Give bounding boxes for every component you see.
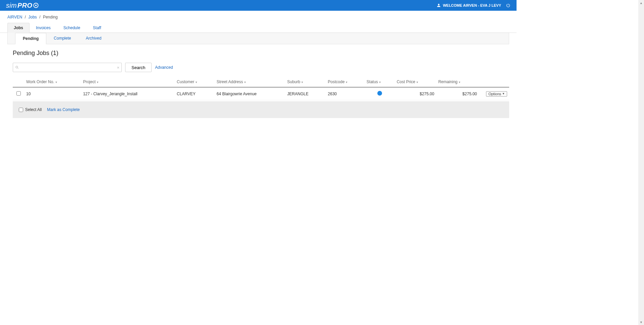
chevron-down-icon: ▼ xyxy=(502,92,505,95)
search-row: × Search Advanced xyxy=(13,63,509,72)
sort-icon: ▼ xyxy=(345,81,348,84)
sub-tabs: Pending Complete Archived xyxy=(7,33,509,44)
topbar: sim PRO WELCOME AIRVEN - EVA J LEVY xyxy=(0,0,517,11)
select-all-checkbox[interactable] xyxy=(19,108,23,112)
svg-point-1 xyxy=(35,5,37,6)
cell-remaining: $275.00 xyxy=(436,87,479,100)
sort-icon: ▼ xyxy=(195,81,198,84)
options-label: Options xyxy=(488,92,501,96)
sort-icon: ▼ xyxy=(458,81,461,84)
jobs-table: Work Order No.▼ Project▼ Customer▼ Stree… xyxy=(13,77,509,100)
cell-postcode: 2630 xyxy=(326,87,365,100)
breadcrumb-sep: / xyxy=(25,15,26,19)
mark-complete-link[interactable]: Mark as Complete xyxy=(47,107,79,112)
sort-icon: ▼ xyxy=(379,81,381,84)
select-all-text: Select All xyxy=(25,107,42,112)
breadcrumb-sep: / xyxy=(39,15,40,19)
topbar-right: WELCOME AIRVEN - EVA J LEVY xyxy=(436,3,511,8)
cell-customer: CLARVEY xyxy=(175,87,215,100)
subtab-archived[interactable]: Archived xyxy=(78,33,109,44)
tab-staff[interactable]: Staff xyxy=(87,23,107,33)
col-remaining[interactable]: Remaining▼ xyxy=(436,77,479,87)
power-button[interactable] xyxy=(506,3,511,8)
logo-sim: sim xyxy=(6,2,17,9)
breadcrumb-current: Pending xyxy=(43,15,58,19)
sort-icon: ▼ xyxy=(301,81,304,84)
cell-work-order: 10 xyxy=(24,87,81,100)
subtab-complete[interactable]: Complete xyxy=(46,33,78,44)
col-street[interactable]: Street Address▼ xyxy=(215,77,285,87)
cell-status xyxy=(365,87,395,100)
col-work-order[interactable]: Work Order No.▼ xyxy=(24,77,81,87)
col-options xyxy=(479,77,509,87)
sort-icon: ▼ xyxy=(96,81,99,84)
welcome-label: WELCOME AIRVEN - EVA J LEVY xyxy=(443,3,501,7)
status-dot-icon xyxy=(377,91,382,96)
table-row[interactable]: 10 127 - Clarvey_Jerangle_Install CLARVE… xyxy=(13,87,509,100)
logo-pro: PRO xyxy=(17,2,32,9)
search-icon xyxy=(15,65,19,69)
col-checkbox xyxy=(13,77,24,87)
advanced-link[interactable]: Advanced xyxy=(155,65,173,70)
power-icon xyxy=(506,3,511,8)
breadcrumb: AIRVEN / Jobs / Pending xyxy=(0,11,517,23)
tab-schedule[interactable]: Schedule xyxy=(57,23,87,33)
cell-cost: $275.00 xyxy=(395,87,436,100)
svg-line-3 xyxy=(18,68,19,69)
clear-search-icon[interactable]: × xyxy=(117,65,119,70)
options-button[interactable]: Options ▼ xyxy=(486,91,507,97)
subtab-pending[interactable]: Pending xyxy=(15,33,46,44)
sort-icon: ▼ xyxy=(244,81,247,84)
primary-tabs: Jobs Invoices Schedule Staff xyxy=(0,23,517,33)
search-box: × xyxy=(13,63,122,72)
col-cost[interactable]: Cost Price▼ xyxy=(395,77,436,87)
col-suburb[interactable]: Suburb▼ xyxy=(285,77,326,87)
select-all-label[interactable]: Select All xyxy=(19,107,42,112)
col-customer[interactable]: Customer▼ xyxy=(175,77,215,87)
cell-street: 64 Blairgowrie Avenue xyxy=(215,87,285,100)
svg-point-2 xyxy=(16,66,18,68)
welcome-user[interactable]: WELCOME AIRVEN - EVA J LEVY xyxy=(436,3,501,8)
cell-project: 127 - Clarvey_Jerangle_Install xyxy=(81,87,175,100)
search-input[interactable] xyxy=(20,63,117,72)
col-status[interactable]: Status▼ xyxy=(365,77,395,87)
footer-actions-bar: Select All Mark as Complete xyxy=(13,101,509,118)
tab-jobs[interactable]: Jobs xyxy=(7,23,30,33)
breadcrumb-jobs[interactable]: Jobs xyxy=(29,15,37,19)
page-title: Pending Jobs (1) xyxy=(13,50,509,57)
breadcrumb-root[interactable]: AIRVEN xyxy=(7,15,22,19)
search-button[interactable]: Search xyxy=(125,63,152,72)
sort-icon: ▼ xyxy=(416,81,419,84)
cell-suburb: JERANGLE xyxy=(285,87,326,100)
col-project[interactable]: Project▼ xyxy=(81,77,175,87)
col-postcode[interactable]: Postcode▼ xyxy=(326,77,365,87)
gear-icon xyxy=(33,2,39,8)
user-icon xyxy=(436,3,441,8)
tab-invoices[interactable]: Invoices xyxy=(30,23,57,33)
content-area: Pending Jobs (1) × Search Advanced Work … xyxy=(0,44,517,118)
row-checkbox[interactable] xyxy=(16,91,21,96)
logo: sim PRO xyxy=(6,2,39,9)
sort-icon: ▼ xyxy=(55,81,58,84)
